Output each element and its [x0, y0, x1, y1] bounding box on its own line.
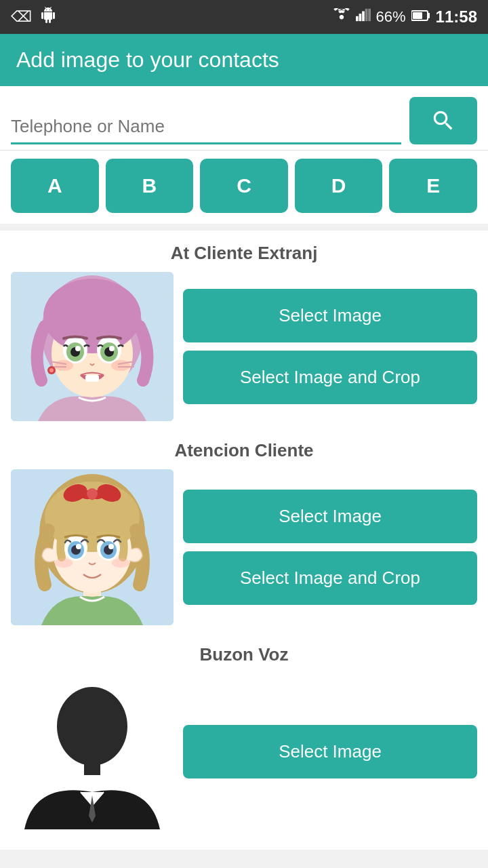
- svg-point-38: [87, 488, 98, 499]
- alpha-btn-a[interactable]: A: [11, 159, 99, 213]
- avatar-illustration-1: [11, 469, 174, 625]
- select-crop-btn-1[interactable]: Select Image and Crop: [183, 551, 477, 605]
- svg-point-20: [109, 346, 115, 351]
- svg-rect-1: [359, 14, 361, 21]
- svg-rect-7: [413, 12, 422, 19]
- contact-name-2: Buzon Voz: [11, 632, 477, 673]
- select-image-btn-1[interactable]: Select Image: [183, 490, 477, 543]
- alpha-btn-d[interactable]: D: [295, 159, 383, 213]
- status-bar: ⌫ 66%: [0, 0, 488, 34]
- contact-row-0: Select Image Select Image and Crop: [11, 272, 477, 421]
- contact-name-0: At Cliente Extranj: [11, 231, 477, 272]
- contact-avatar-1: [11, 469, 174, 625]
- usb-icon: ⌫: [11, 8, 32, 26]
- svg-rect-0: [356, 16, 359, 21]
- status-left: ⌫: [11, 7, 56, 27]
- svg-point-22: [54, 360, 73, 371]
- page-header: Add image to your contacts: [0, 34, 488, 86]
- search-underline: [11, 142, 401, 144]
- alpha-btn-e[interactable]: E: [389, 159, 477, 213]
- svg-point-19: [75, 346, 81, 351]
- svg-rect-6: [428, 13, 430, 18]
- contacts-list: At Cliente Extranj: [0, 231, 488, 850]
- contact-avatar-0: [11, 272, 174, 421]
- search-input-wrapper: [11, 111, 401, 144]
- contact-actions-2: Select Image: [183, 673, 477, 829]
- svg-point-45: [76, 544, 81, 549]
- select-crop-btn-0[interactable]: Select Image and Crop: [183, 351, 477, 404]
- contact-actions-1: Select Image Select Image and Crop: [183, 469, 477, 625]
- svg-rect-3: [365, 9, 367, 21]
- search-input[interactable]: [11, 111, 401, 142]
- svg-rect-2: [362, 12, 365, 22]
- alpha-btn-b[interactable]: B: [106, 159, 194, 213]
- svg-point-29: [49, 368, 54, 372]
- alpha-btn-c[interactable]: C: [200, 159, 288, 213]
- time: 11:58: [436, 7, 477, 26]
- contact-actions-0: Select Image Select Image and Crop: [183, 272, 477, 421]
- svg-rect-4: [368, 9, 371, 21]
- contact-row-1: Select Image Select Image and Crop: [11, 469, 477, 625]
- contact-row-2: Select Image: [11, 673, 477, 829]
- search-bar: [0, 86, 488, 151]
- svg-point-47: [55, 558, 73, 568]
- contact-block-2: Buzon Voz Select I: [11, 632, 477, 829]
- page-title: Add image to your contacts: [16, 47, 279, 72]
- svg-point-12: [43, 279, 141, 353]
- contact-avatar-2: [11, 673, 174, 829]
- contact-block-1: Atencion Cliente: [11, 428, 477, 625]
- select-image-btn-0[interactable]: Select Image: [183, 289, 477, 342]
- android-icon: [40, 7, 56, 27]
- svg-rect-51: [84, 762, 100, 775]
- signal-icon: [356, 8, 371, 26]
- search-icon: [430, 108, 456, 134]
- search-button[interactable]: [409, 97, 477, 144]
- avatar-illustration-2: [11, 673, 174, 829]
- alphabet-row: A B C D E: [0, 151, 488, 224]
- svg-point-48: [112, 558, 129, 568]
- wifi-icon: [333, 8, 350, 26]
- battery-icon: [411, 8, 430, 26]
- svg-point-50: [57, 687, 127, 766]
- avatar-illustration-0: [11, 272, 174, 421]
- svg-point-23: [111, 360, 130, 371]
- status-right: 66% 11:58: [333, 7, 477, 26]
- svg-point-46: [108, 544, 114, 549]
- select-image-btn-2[interactable]: Select Image: [183, 725, 477, 778]
- battery-percentage: 66%: [376, 8, 406, 26]
- svg-rect-21: [85, 375, 99, 382]
- contact-name-1: Atencion Cliente: [11, 428, 477, 469]
- contact-block-0: At Cliente Extranj: [11, 231, 477, 421]
